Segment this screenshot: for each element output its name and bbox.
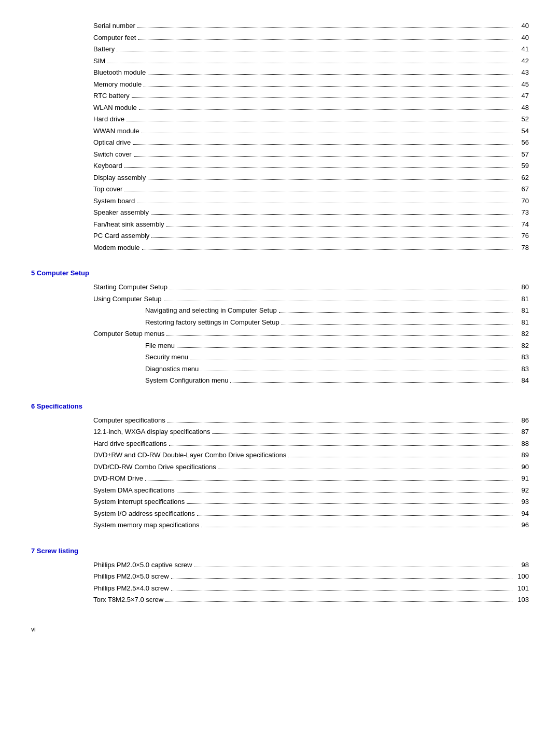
entry-label: Memory module bbox=[93, 79, 142, 90]
entry-dots bbox=[201, 371, 512, 371]
entry-label: Hard drive specifications bbox=[93, 439, 167, 449]
entry-page: 62 bbox=[514, 173, 529, 183]
entry-dots bbox=[141, 133, 512, 133]
entry-label: System DMA specifications bbox=[93, 485, 175, 496]
entry-label: DVD-ROM Drive bbox=[93, 473, 143, 484]
entry-dots bbox=[137, 203, 512, 203]
section-header-6: 6 Specifications bbox=[31, 402, 529, 410]
entry-page: 76 bbox=[514, 231, 529, 241]
entry-dots bbox=[171, 578, 512, 579]
section-entries-5: Starting Computer Setup80Using Computer … bbox=[31, 282, 529, 386]
entry-label: Security menu bbox=[145, 352, 188, 362]
entry-page: 40 bbox=[514, 21, 529, 31]
toc-entry: Top cover67 bbox=[31, 184, 529, 194]
toc-entry: File menu82 bbox=[31, 341, 529, 351]
entry-page: 93 bbox=[514, 497, 529, 507]
entry-page: 43 bbox=[514, 67, 529, 78]
entry-label: System interrupt specifications bbox=[93, 497, 185, 507]
entry-dots bbox=[139, 109, 512, 110]
entry-page: 82 bbox=[514, 341, 529, 351]
section-header-5: 5 Computer Setup bbox=[31, 269, 529, 277]
entry-page: 100 bbox=[514, 571, 529, 582]
entry-page: 81 bbox=[514, 305, 529, 316]
entry-label: DVD/CD-RW Combo Drive specifications bbox=[93, 462, 216, 472]
entry-label: Keyboard bbox=[93, 161, 122, 171]
toc-entry: Memory module45 bbox=[31, 79, 529, 90]
entry-label: Display assembly bbox=[93, 173, 146, 183]
entry-dots bbox=[166, 226, 512, 227]
entry-dots bbox=[124, 191, 512, 191]
entry-page: 40 bbox=[514, 33, 529, 43]
entry-page: 57 bbox=[514, 149, 529, 160]
entry-page: 78 bbox=[514, 243, 529, 253]
section-7: 7 Screw listingPhillips PM2.0×5.0 captiv… bbox=[31, 547, 529, 605]
entry-dots bbox=[190, 359, 512, 359]
toc-entry: WLAN module48 bbox=[31, 103, 529, 113]
entry-page: 42 bbox=[514, 56, 529, 66]
entry-page: 48 bbox=[514, 103, 529, 113]
entry-page: 98 bbox=[514, 560, 529, 570]
entry-page: 96 bbox=[514, 520, 529, 530]
entry-dots bbox=[165, 601, 512, 602]
entry-page: 92 bbox=[514, 485, 529, 496]
toc-entry: System interrupt specifications93 bbox=[31, 497, 529, 507]
entry-page: 81 bbox=[514, 294, 529, 304]
toc-entry: DVD/CD-RW Combo Drive specifications90 bbox=[31, 462, 529, 472]
toc-entry: Navigating and selecting in Computer Set… bbox=[31, 305, 529, 316]
entry-dots bbox=[170, 289, 512, 289]
page-footer: vi bbox=[31, 626, 529, 633]
entry-label: SIM bbox=[93, 56, 105, 66]
toc-entry: System Configuration menu84 bbox=[31, 375, 529, 386]
entry-label: System Configuration menu bbox=[145, 375, 228, 386]
toc-entry: SIM42 bbox=[31, 56, 529, 66]
entry-label: Phillips PM2.5×4.0 screw bbox=[93, 583, 169, 594]
toc-entry: Fan/heat sink assembly74 bbox=[31, 219, 529, 230]
entry-dots bbox=[187, 503, 512, 504]
toc-entry: System DMA specifications92 bbox=[31, 485, 529, 496]
entry-dots bbox=[166, 335, 512, 336]
entry-page: 56 bbox=[514, 137, 529, 148]
entry-page: 90 bbox=[514, 462, 529, 472]
entry-page: 52 bbox=[514, 114, 529, 124]
entry-dots bbox=[194, 567, 512, 567]
entry-dots bbox=[138, 39, 512, 40]
entry-page: 45 bbox=[514, 79, 529, 90]
toc-entry: Phillips PM2.5×4.0 screw101 bbox=[31, 583, 529, 594]
toc-entry: Using Computer Setup81 bbox=[31, 294, 529, 304]
section-entries-7: Phillips PM2.0×5.0 captive screw98Philli… bbox=[31, 560, 529, 605]
entry-label: Phillips PM2.0×5.0 captive screw bbox=[93, 560, 192, 570]
entry-label: Hard drive bbox=[93, 114, 124, 124]
toc-entry: Security menu83 bbox=[31, 352, 529, 362]
entry-label: WWAN module bbox=[93, 126, 139, 136]
toc-entry: Switch cover57 bbox=[31, 149, 529, 160]
continuation-section: Serial number40Computer feet40Battery41S… bbox=[31, 21, 529, 252]
entry-dots bbox=[142, 249, 512, 250]
entry-dots bbox=[144, 86, 512, 87]
entry-dots bbox=[148, 74, 512, 75]
entry-dots bbox=[127, 121, 512, 121]
toc-entry: Restoring factory settings in Computer S… bbox=[31, 317, 529, 328]
entry-label: Top cover bbox=[93, 184, 122, 194]
entry-label: Diagnostics menu bbox=[145, 364, 199, 374]
entry-label: Computer feet bbox=[93, 33, 136, 43]
entry-page: 70 bbox=[514, 196, 529, 206]
entry-label: WLAN module bbox=[93, 103, 137, 113]
toc-entry: 12.1-inch, WXGA display specifications87 bbox=[31, 427, 529, 437]
entry-dots bbox=[218, 469, 512, 469]
entry-page: 47 bbox=[514, 91, 529, 101]
entry-dots bbox=[145, 480, 512, 481]
toc-entry: Computer feet40 bbox=[31, 33, 529, 43]
entry-page: 101 bbox=[514, 583, 529, 594]
entry-dots bbox=[151, 237, 512, 238]
entry-label: Optical drive bbox=[93, 137, 131, 148]
entry-label: Using Computer Setup bbox=[93, 294, 162, 304]
entry-page: 88 bbox=[514, 439, 529, 449]
toc-entry: System memory map specifications96 bbox=[31, 520, 529, 530]
toc-entry: DVD-ROM Drive91 bbox=[31, 473, 529, 484]
entry-page: 86 bbox=[514, 415, 529, 426]
entry-dots bbox=[230, 382, 512, 383]
entry-page: 81 bbox=[514, 317, 529, 328]
entry-label: Computer Setup menus bbox=[93, 329, 164, 339]
toc-entry: Starting Computer Setup80 bbox=[31, 282, 529, 292]
page-number: vi bbox=[31, 626, 36, 633]
